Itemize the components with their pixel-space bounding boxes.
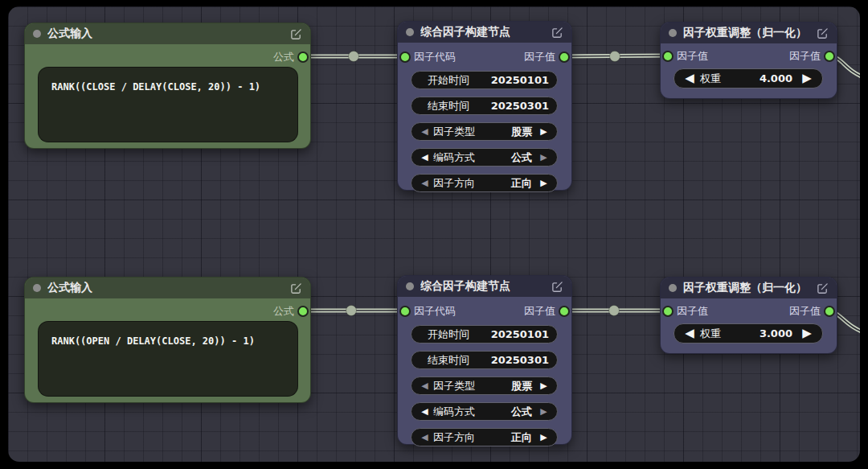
edit-icon[interactable] (817, 27, 829, 39)
arrow-left-icon[interactable]: ◀ (420, 433, 430, 442)
widget-end-date[interactable]: 结束时间 20250301 (411, 351, 558, 369)
edit-icon[interactable] (290, 28, 302, 40)
output-port[interactable] (559, 306, 570, 317)
formula-text: RANK((CLOSE / DELAY(CLOSE, 20)) - 1) (51, 81, 260, 93)
node-title: 综合因子构建节点 (420, 25, 545, 39)
node-factor-builder-2[interactable]: 综合因子构建节点 因子代码 因子值 开始时间 20250101 结束时间 202… (397, 275, 572, 445)
arrow-left-icon[interactable]: ◀ (420, 179, 430, 187)
input-port[interactable] (399, 51, 411, 63)
wire[interactable] (302, 51, 404, 62)
node-status-dot (406, 282, 414, 290)
output-port[interactable] (559, 51, 570, 63)
output-port-label: 因子值 (789, 306, 821, 317)
edit-icon[interactable] (817, 282, 829, 294)
arrow-left-icon[interactable]: ◀ (420, 153, 430, 162)
widget-end-date[interactable]: 结束时间 20250301 (411, 97, 558, 115)
widget-factor-direction[interactable]: ◀ 因子方向 正向 ▶ (411, 428, 558, 446)
node-status-dot (33, 284, 41, 292)
arrow-right-icon[interactable]: ▶ (538, 127, 549, 136)
widget-factor-type[interactable]: ◀ 因子类型 股票 ▶ (411, 122, 558, 141)
edit-icon[interactable] (551, 281, 563, 293)
output-port[interactable] (824, 51, 835, 62)
wire[interactable] (562, 51, 667, 62)
input-port-label: 因子代码 (414, 51, 456, 63)
arrow-left-icon[interactable]: ◀ (420, 407, 430, 416)
edit-icon[interactable] (290, 282, 302, 294)
flow-editor: { "icons": { "arrow_left": "◀", "arrow_r… (0, 0, 868, 469)
node-title: 因子权重调整（归一化） (683, 26, 810, 40)
node-header[interactable]: 因子权重调整（归一化） (661, 278, 837, 298)
formula-textarea[interactable]: RANK((OPEN / DELAY(CLOSE, 20)) - 1) (38, 321, 298, 397)
output-port-label: 因子值 (524, 51, 555, 63)
arrow-right-icon[interactable]: ▶ (538, 407, 549, 416)
arrow-right-icon[interactable]: ▶ (800, 72, 813, 84)
widget-start-date[interactable]: 开始时间 20250101 (411, 71, 558, 89)
formula-text: RANK((OPEN / DELAY(CLOSE, 20)) - 1) (51, 335, 255, 347)
node-graph-canvas[interactable]: 公式输入 公式 RANK((CLOSE / DELAY(CLOSE, 20)) … (8, 6, 860, 462)
node-factor-builder-1[interactable]: 综合因子构建节点 因子代码 因子值 开始时间 20250101 结束时间 202… (397, 21, 572, 191)
widget-weight[interactable]: ◀ 权重 4.000 ▶ (674, 68, 823, 88)
node-weight-adjust-1[interactable]: 因子权重调整（归一化） 因子值 因子值 ◀ 权重 4.000 ▶ (660, 22, 837, 99)
node-formula-input-1[interactable]: 公式输入 公式 RANK((CLOSE / DELAY(CLOSE, 20)) … (24, 23, 311, 149)
node-formula-input-2[interactable]: 公式输入 公式 RANK((OPEN / DELAY(CLOSE, 20)) -… (24, 277, 311, 403)
node-status-dot (406, 28, 414, 36)
reroute-dot[interactable] (346, 306, 357, 316)
node-title: 公式输入 (47, 281, 284, 295)
node-title: 综合因子构建节点 (420, 279, 545, 294)
input-port[interactable] (399, 306, 411, 317)
output-port[interactable] (297, 51, 309, 63)
node-status-dot (33, 30, 41, 38)
reroute-dot[interactable] (610, 51, 620, 62)
arrow-right-icon[interactable]: ▶ (800, 327, 813, 339)
widget-factor-type[interactable]: ◀ 因子类型 股票 ▶ (411, 376, 558, 395)
node-header[interactable]: 综合因子构建节点 (398, 22, 571, 43)
output-port-label: 公式 (273, 306, 294, 317)
widget-start-date[interactable]: 开始时间 20250101 (411, 325, 558, 344)
reroute-dot[interactable] (349, 51, 359, 62)
edit-icon[interactable] (551, 27, 563, 39)
node-header[interactable]: 公式输入 (25, 278, 310, 298)
wire[interactable] (562, 306, 667, 316)
node-title: 因子权重调整（归一化） (683, 281, 810, 295)
reroute-dot[interactable] (609, 306, 620, 316)
input-port-label: 因子值 (677, 306, 708, 317)
input-port-label: 因子值 (677, 51, 708, 62)
node-header[interactable]: 综合因子构建节点 (398, 276, 571, 297)
node-weight-adjust-2[interactable]: 因子权重调整（归一化） 因子值 因子值 ◀ 权重 3.000 ▶ (660, 277, 837, 354)
arrow-left-icon[interactable]: ◀ (683, 327, 696, 339)
arrow-right-icon[interactable]: ▶ (538, 381, 549, 390)
arrow-left-icon[interactable]: ◀ (420, 381, 430, 390)
node-title: 公式输入 (47, 27, 284, 41)
input-port[interactable] (662, 306, 674, 317)
node-status-dot (669, 284, 677, 292)
input-port[interactable] (662, 51, 674, 62)
widget-factor-direction[interactable]: ◀ 因子方向 正向 ▶ (411, 174, 558, 192)
widget-weight[interactable]: ◀ 权重 3.000 ▶ (674, 323, 823, 344)
output-port-label: 因子值 (789, 51, 821, 62)
input-port-label: 因子代码 (414, 306, 456, 317)
output-port[interactable] (824, 306, 835, 317)
arrow-right-icon[interactable]: ▶ (538, 433, 549, 442)
node-status-dot (669, 29, 677, 37)
arrow-left-icon[interactable]: ◀ (683, 72, 696, 84)
output-port-label: 公式 (273, 51, 294, 63)
arrow-left-icon[interactable]: ◀ (420, 127, 430, 136)
output-port[interactable] (297, 306, 309, 317)
node-header[interactable]: 因子权重调整（归一化） (661, 23, 837, 43)
output-port-label: 因子值 (524, 306, 555, 317)
widget-encoding-mode[interactable]: ◀ 编码方式 公式 ▶ (411, 402, 558, 421)
arrow-right-icon[interactable]: ▶ (538, 153, 549, 162)
wire[interactable] (302, 306, 404, 316)
arrow-right-icon[interactable]: ▶ (538, 179, 549, 187)
widget-encoding-mode[interactable]: ◀ 编码方式 公式 ▶ (411, 148, 558, 167)
formula-textarea[interactable]: RANK((CLOSE / DELAY(CLOSE, 20)) - 1) (38, 67, 298, 142)
node-header[interactable]: 公式输入 (25, 23, 310, 44)
